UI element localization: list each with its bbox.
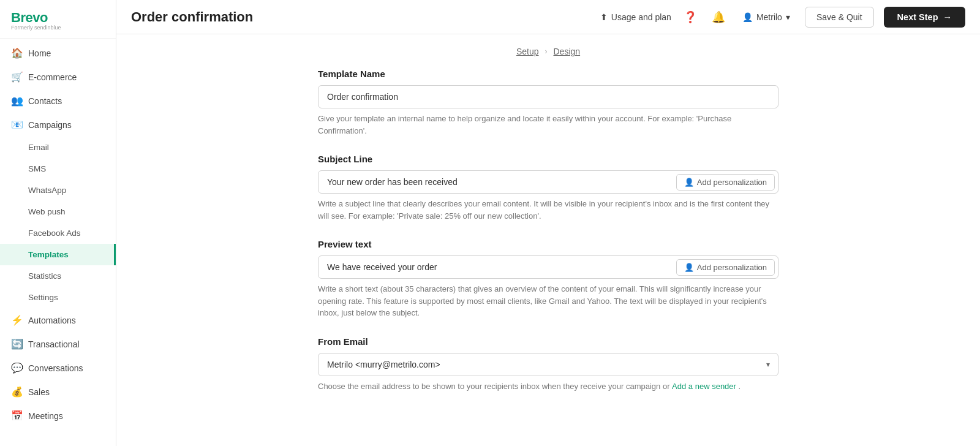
sidebar-item-statistics-label: Statistics — [28, 271, 61, 281]
sidebar-item-email-label: Email — [28, 143, 49, 152]
contacts-icon: 👥 — [11, 95, 22, 107]
home-icon: 🏠 — [11, 47, 22, 59]
sidebar-item-contacts[interactable]: 👥 Contacts — [0, 89, 116, 113]
sidebar-item-settings[interactable]: Settings — [0, 287, 116, 308]
template-name-input[interactable] — [318, 85, 778, 108]
help-button[interactable]: ❓ — [681, 8, 699, 26]
sidebar-item-statistics[interactable]: Statistics — [0, 265, 116, 287]
notifications-button[interactable]: 🔔 — [709, 8, 728, 26]
usage-plan-link[interactable]: ⬆ Usage and plan — [600, 12, 671, 22]
usage-plan-icon: ⬆ — [600, 12, 608, 22]
sidebar-item-facebook[interactable]: Facebook Ads — [0, 222, 116, 244]
campaigns-sub-nav: Email SMS WhatsApp Web push Facebook Ads… — [0, 137, 116, 308]
subject-personalization-label: Add personalization — [697, 178, 767, 187]
personalization-icon: 👤 — [684, 178, 694, 187]
preview-text-input-wrapper: 👤 Add personalization — [318, 255, 778, 279]
sidebar-item-sales-label: Sales — [28, 387, 50, 397]
transactional-icon: 🔄 — [11, 338, 22, 350]
from-email-hint: Choose the email address to be shown to … — [318, 380, 778, 393]
breadcrumb-separator: › — [545, 47, 548, 56]
subject-line-input-wrapper: 👤 Add personalization — [318, 170, 778, 194]
subject-line-group: Subject Line 👤 Add personalization Write… — [318, 154, 778, 222]
next-step-button[interactable]: Next Step → — [884, 7, 965, 28]
sidebar-item-conversations[interactable]: 💬 Conversations — [0, 356, 116, 380]
sidebar-item-sales[interactable]: 💰 Sales — [0, 380, 116, 404]
preview-personalization-label: Add personalization — [697, 263, 767, 272]
breadcrumb-design[interactable]: Design — [554, 47, 581, 56]
next-step-label: Next Step — [897, 12, 938, 22]
sidebar-item-contacts-label: Contacts — [28, 96, 62, 106]
main-content: Order confirmation ⬆ Usage and plan ❓ 🔔 … — [116, 0, 980, 446]
sidebar-item-transactional-label: Transactional — [28, 339, 80, 349]
preview-text-hint: Write a short text (about 35 characters)… — [318, 283, 778, 319]
content-area: Setup › Design Template Name Give your t… — [116, 34, 980, 446]
sidebar-item-meetings[interactable]: 📅 Meetings — [0, 404, 116, 428]
sidebar-item-templates-label: Templates — [28, 250, 69, 259]
sidebar-item-whatsapp[interactable]: WhatsApp — [0, 180, 116, 201]
from-email-group: From Email Metrilo <murry@metrilo.com> ▾… — [318, 336, 778, 393]
breadcrumb: Setup › Design — [116, 34, 980, 62]
sidebar-item-automations-label: Automations — [28, 316, 76, 325]
sidebar-item-automations[interactable]: ⚡ Automations — [0, 308, 116, 332]
from-email-select[interactable]: Metrilo <murry@metrilo.com> — [318, 353, 778, 376]
template-name-label: Template Name — [318, 69, 778, 79]
sidebar-item-whatsapp-label: WhatsApp — [28, 186, 66, 195]
breadcrumb-setup[interactable]: Setup — [516, 47, 539, 56]
ecommerce-icon: 🛒 — [11, 71, 22, 83]
save-quit-button[interactable]: Save & Quit — [805, 7, 874, 28]
sidebar-item-campaigns[interactable]: 📧 Campaigns — [0, 113, 116, 137]
header-right: ⬆ Usage and plan ❓ 🔔 👤 Metrilo ▾ Save & … — [600, 7, 965, 28]
page-title-area: Order confirmation — [131, 9, 253, 25]
sidebar: Brevo Formerly sendinblue 🏠 Home 🛒 E-com… — [0, 0, 116, 446]
sidebar-item-ecommerce[interactable]: 🛒 E-commerce — [0, 65, 116, 89]
sidebar-item-sms-label: SMS — [28, 164, 46, 173]
sidebar-item-webpush[interactable]: Web push — [0, 201, 116, 222]
preview-text-group: Preview text 👤 Add personalization Write… — [318, 239, 778, 319]
preview-text-label: Preview text — [318, 239, 778, 249]
chevron-down-icon: ▾ — [786, 12, 790, 22]
sidebar-item-home[interactable]: 🏠 Home — [0, 41, 116, 65]
brand-name: Brevo — [11, 10, 105, 26]
user-name: Metrilo — [756, 12, 782, 22]
sidebar-item-settings-label: Settings — [28, 293, 58, 302]
user-menu[interactable]: 👤 Metrilo ▾ — [737, 10, 795, 25]
sidebar-item-email[interactable]: Email — [0, 137, 116, 158]
sidebar-item-facebook-label: Facebook Ads — [28, 229, 81, 238]
logo: Brevo Formerly sendinblue — [0, 0, 116, 39]
sales-icon: 💰 — [11, 386, 22, 398]
sidebar-item-webpush-label: Web push — [28, 207, 66, 216]
page-title: Order confirmation — [131, 9, 253, 25]
template-name-hint: Give your template an internal name to h… — [318, 113, 778, 137]
preview-personalization-icon: 👤 — [684, 263, 694, 272]
template-name-group: Template Name Give your template an inte… — [318, 69, 778, 137]
meetings-icon: 📅 — [11, 410, 22, 421]
sidebar-item-campaigns-label: Campaigns — [28, 120, 72, 130]
brand-sub: Formerly sendinblue — [11, 25, 105, 31]
subject-line-label: Subject Line — [318, 154, 778, 164]
from-email-hint-end: . — [739, 382, 741, 391]
from-email-hint-text: Choose the email address to be shown to … — [318, 382, 669, 391]
top-header: Order confirmation ⬆ Usage and plan ❓ 🔔 … — [116, 0, 980, 34]
sidebar-item-transactional[interactable]: 🔄 Transactional — [0, 332, 116, 356]
sidebar-item-sms[interactable]: SMS — [0, 158, 116, 180]
form-container: Template Name Give your template an inte… — [303, 69, 793, 392]
user-icon: 👤 — [742, 12, 753, 22]
subject-line-hint: Write a subject line that clearly descri… — [318, 198, 778, 222]
usage-plan-label: Usage and plan — [611, 12, 671, 22]
from-email-label: From Email — [318, 336, 778, 347]
subject-add-personalization-button[interactable]: 👤 Add personalization — [676, 174, 775, 191]
sidebar-item-ecommerce-label: E-commerce — [28, 72, 77, 82]
add-sender-link[interactable]: Add a new sender — [672, 382, 736, 391]
preview-add-personalization-button[interactable]: 👤 Add personalization — [676, 259, 775, 276]
conversations-icon: 💬 — [11, 362, 22, 374]
sidebar-item-templates[interactable]: Templates — [0, 244, 116, 265]
automations-icon: ⚡ — [11, 314, 22, 326]
arrow-right-icon: → — [943, 12, 952, 22]
from-email-select-wrapper: Metrilo <murry@metrilo.com> ▾ — [318, 353, 778, 376]
sidebar-item-conversations-label: Conversations — [28, 363, 83, 373]
sidebar-item-home-label: Home — [28, 48, 51, 58]
sidebar-item-meetings-label: Meetings — [28, 411, 63, 421]
campaigns-icon: 📧 — [11, 119, 22, 130]
